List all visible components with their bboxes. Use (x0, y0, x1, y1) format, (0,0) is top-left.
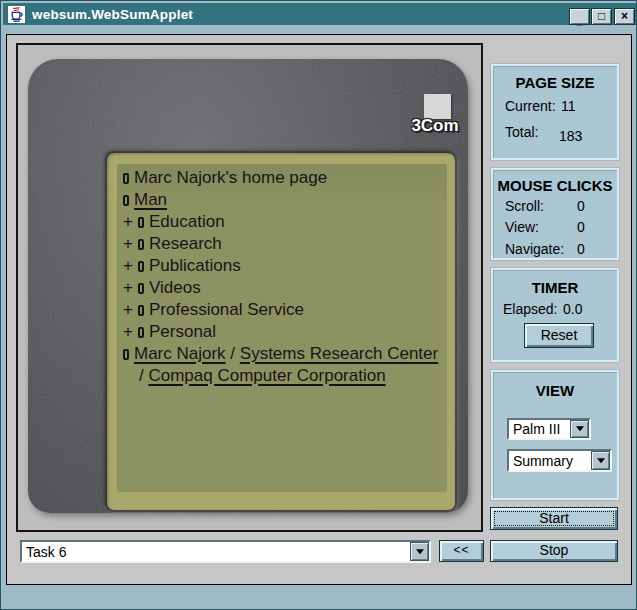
tree-expander-icon[interactable]: + (123, 233, 138, 255)
device-photo-frame: 3Com Marc Najork's home pageMan+Educatio… (16, 43, 483, 532)
panel-timer: TIMER Elapsed: 0.0 Reset (491, 268, 619, 362)
tree-expander-icon[interactable]: + (123, 299, 138, 321)
start-button[interactable]: Start (490, 507, 618, 530)
java-cup-icon (8, 6, 25, 23)
panel-page-size: PAGE SIZE Current: 11 Total: 183 (491, 64, 619, 160)
panel-view: VIEW Palm III Summary (491, 370, 619, 500)
bullet-icon (138, 239, 144, 250)
screen-text: Education (149, 212, 225, 231)
screen-list-item: +Videos (120, 277, 445, 299)
navigate-label: Navigate: (505, 241, 564, 257)
panel-view-title: VIEW (493, 382, 617, 399)
tree-expander-icon[interactable]: + (123, 211, 138, 233)
panel-mouse-clicks-title: MOUSE CLICKS (493, 177, 617, 194)
total-value: 183 (559, 128, 582, 144)
bullet-icon (123, 173, 129, 184)
screen-text: Videos (149, 278, 201, 297)
back-button[interactable]: << (439, 540, 484, 562)
bullet-icon (123, 349, 129, 360)
applet-window: websum.WebSumApplet _ □ × 3Com Marc Najo… (0, 0, 637, 610)
chevron-down-icon[interactable] (591, 451, 610, 470)
navigate-value: 0 (577, 241, 585, 257)
screen-list-item: Marc Najork / Systems Research Center / … (120, 343, 445, 387)
screen-text: / (226, 344, 240, 363)
screen-list-item: +Education (120, 211, 445, 233)
bullet-icon (138, 217, 144, 228)
panel-page-size-title: PAGE SIZE (493, 74, 617, 91)
task-value: Task 6 (26, 544, 66, 560)
task-select[interactable]: Task 6 (20, 540, 431, 563)
bullet-icon (138, 283, 144, 294)
screen-text: Professional Service (149, 300, 304, 319)
bullet-icon (123, 195, 129, 206)
bullet-icon (138, 261, 144, 272)
view-mode-select[interactable]: Summary (507, 449, 612, 472)
scroll-value: 0 (577, 198, 585, 214)
panel-timer-title: TIMER (493, 279, 617, 296)
elapsed-label: Elapsed: (503, 301, 557, 317)
tree-expander-icon[interactable]: + (123, 321, 138, 343)
screen-link[interactable]: Compaq Computer Corporation (148, 366, 385, 385)
minimize-button[interactable]: _ (569, 8, 590, 25)
panel-mouse-clicks: MOUSE CLICKS Scroll: 0 View: 0 Navigate:… (491, 168, 619, 260)
view-device-value: Palm III (513, 421, 560, 437)
screen-list-item: Marc Najork's home page (120, 167, 445, 189)
view-mode-value: Summary (513, 453, 573, 469)
chevron-down-icon[interactable] (410, 542, 429, 561)
current-value: 11 (561, 98, 576, 114)
screen-list-item: +Publications (120, 255, 445, 277)
screen-list-item: +Personal (120, 321, 445, 343)
view-value: 0 (577, 219, 585, 235)
scroll-label: Scroll: (505, 198, 544, 214)
screen-link[interactable]: Systems Research Center (240, 344, 438, 363)
lcd-bezel: Marc Najork's home pageMan+Education+Res… (107, 153, 455, 510)
bullet-icon (138, 327, 144, 338)
screen-link[interactable]: Marc Najork (134, 344, 226, 363)
total-label: Total: (505, 124, 538, 140)
brand-logo: 3Com (390, 116, 468, 136)
reset-button[interactable]: Reset (524, 323, 594, 348)
tree-expander-icon[interactable]: + (123, 277, 138, 299)
tree-expander-icon[interactable]: + (123, 255, 138, 277)
close-button[interactable]: × (614, 8, 635, 25)
titlebar: websum.WebSumApplet _ □ × (3, 3, 636, 25)
screen-text: Publications (149, 256, 241, 275)
outline-list: Marc Najork's home pageMan+Education+Res… (120, 167, 445, 387)
screen-text: Marc Najork's home page (134, 168, 327, 187)
maximize-button[interactable]: □ (591, 8, 612, 25)
window-title: websum.WebSumApplet (32, 7, 193, 22)
screen-text: Personal (149, 322, 216, 341)
screen-list-item: +Professional Service (120, 299, 445, 321)
screen-list-item: +Research (120, 233, 445, 255)
chevron-down-icon[interactable] (570, 420, 589, 438)
applet-content: 3Com Marc Najork's home pageMan+Educatio… (6, 34, 632, 585)
current-label: Current: (505, 98, 556, 114)
screen-link[interactable]: Man (134, 190, 167, 209)
view-device-select[interactable]: Palm III (507, 418, 591, 440)
lcd-screen: Marc Najork's home pageMan+Education+Res… (117, 164, 447, 492)
screen-list-item: Man (120, 189, 445, 211)
elapsed-value: 0.0 (563, 301, 582, 317)
bullet-icon (138, 305, 144, 316)
palm-device: 3Com Marc Najork's home pageMan+Educatio… (28, 59, 468, 513)
screen-text: Research (149, 234, 222, 253)
stop-button[interactable]: Stop (490, 540, 618, 562)
view-label: View: (505, 219, 539, 235)
